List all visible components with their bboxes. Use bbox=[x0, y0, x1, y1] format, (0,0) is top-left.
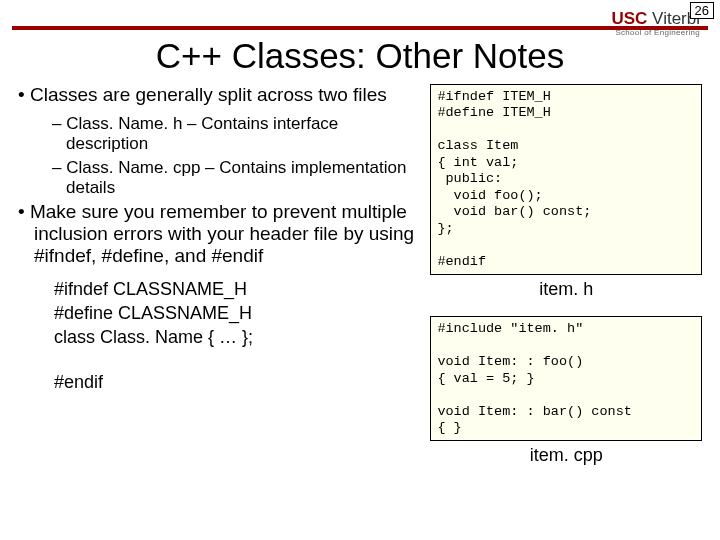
page-number: 26 bbox=[690, 2, 714, 19]
subbullet-1: Class. Name. h – Contains interface desc… bbox=[52, 114, 422, 154]
content-area: Classes are generally split across two f… bbox=[0, 84, 720, 482]
inline-code-l4: #endif bbox=[54, 371, 422, 394]
bullet-1: Classes are generally split across two f… bbox=[18, 84, 422, 106]
logo-main: USC Viterbi bbox=[611, 9, 700, 28]
file-label-h: item. h bbox=[430, 279, 702, 300]
file-label-cpp: item. cpp bbox=[430, 445, 702, 466]
inline-code-block: #ifndef CLASSNAME_H #define CLASSNAME_H … bbox=[54, 278, 422, 394]
inline-code-l2: #define CLASSNAME_H bbox=[54, 302, 422, 325]
logo: USC Viterbi School of Engineering bbox=[611, 10, 700, 37]
right-column: #ifndef ITEM_H #define ITEM_H class Item… bbox=[428, 84, 702, 482]
left-column: Classes are generally split across two f… bbox=[18, 84, 428, 482]
bullet-2: Make sure you remember to prevent multip… bbox=[18, 201, 422, 268]
logo-sub: School of Engineering bbox=[611, 29, 700, 37]
inline-code-l1: #ifndef CLASSNAME_H bbox=[54, 278, 422, 301]
header-bar: USC Viterbi School of Engineering bbox=[12, 0, 708, 30]
slide-title: C++ Classes: Other Notes bbox=[0, 36, 720, 76]
inline-code-l3: class Class. Name { … }; bbox=[54, 326, 422, 349]
subbullet-2: Class. Name. cpp – Contains implementati… bbox=[52, 158, 422, 198]
code-box-header: #ifndef ITEM_H #define ITEM_H class Item… bbox=[430, 84, 702, 275]
code-box-cpp: #include "item. h" void Item: : foo() { … bbox=[430, 316, 702, 441]
logo-usc: USC bbox=[611, 9, 647, 28]
